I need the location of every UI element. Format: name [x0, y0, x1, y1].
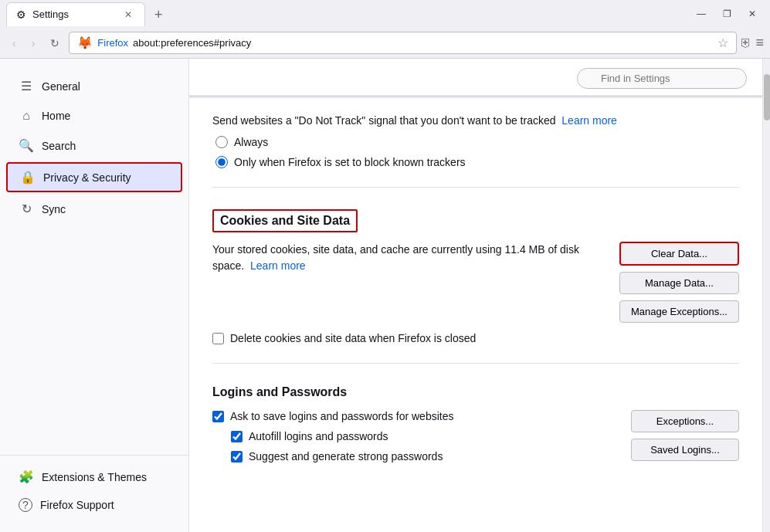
sidebar-item-sync[interactable]: ↻ Sync — [6, 195, 182, 222]
search-nav-icon: 🔍 — [19, 138, 34, 153]
cookies-title-text: Cookies and Site Data — [212, 209, 358, 232]
sidebar-label-search: Search — [42, 140, 76, 152]
title-bar: ⚙ Settings ✕ + — ❐ ✕ — [0, 0, 770, 28]
content-area: 🔍 Send websites a "Do Not Track" signal … — [189, 59, 762, 532]
bookmark-icon[interactable]: ☆ — [717, 36, 728, 50]
browser-window: ⚙ Settings ✕ + — ❐ ✕ ‹ › ↻ 🦊 Firefox abo… — [0, 0, 770, 532]
scrollbar-thumb[interactable] — [764, 74, 770, 120]
dnt-when-blocking-radio[interactable] — [215, 156, 228, 168]
main-layout: ☰ General ⌂ Home 🔍 Search 🔒 Privacy & Se… — [0, 59, 770, 532]
shield-icon[interactable]: ⛨ — [740, 36, 752, 50]
support-icon: ? — [19, 498, 32, 512]
logins-buttons: Exceptions... Saved Logins... — [631, 410, 739, 461]
window-controls: — ❐ ✕ — [689, 5, 764, 22]
exceptions-button[interactable]: Exceptions... — [631, 410, 739, 432]
tab-bar: ⚙ Settings ✕ + — [6, 2, 686, 26]
sidebar-label-support: Firefox Support — [40, 499, 114, 511]
cookies-section-title: Cookies and Site Data — [212, 209, 739, 242]
privacy-icon: 🔒 — [20, 170, 36, 185]
back-button[interactable]: ‹ — [6, 34, 22, 53]
dnt-description: Send websites a "Do Not Track" signal th… — [212, 114, 556, 127]
logins-title: Logins and Passwords — [212, 385, 739, 399]
firefox-label: Firefox — [97, 37, 128, 49]
sidebar-item-extensions[interactable]: 🧩 Extensions & Themes — [6, 463, 182, 490]
refresh-button[interactable]: ↻ — [44, 34, 66, 53]
settings-tab[interactable]: ⚙ Settings ✕ — [6, 2, 145, 26]
new-tab-button[interactable]: + — [148, 4, 169, 26]
autofill-label: Autofill logins and passwords — [249, 430, 388, 442]
dnt-learn-more-link[interactable]: Learn more — [561, 114, 617, 127]
suggest-passwords-option[interactable]: Suggest and generate strong passwords — [212, 450, 616, 463]
cookies-learn-more-link[interactable]: Learn more — [250, 259, 306, 272]
delete-cookies-checkbox[interactable] — [212, 333, 224, 344]
clear-data-button[interactable]: Clear Data... — [619, 242, 739, 266]
suggest-passwords-label: Suggest and generate strong passwords — [249, 450, 443, 463]
ask-save-option[interactable]: Ask to save logins and passwords for web… — [212, 410, 616, 422]
dnt-always-label: Always — [234, 136, 268, 148]
settings-content: Send websites a "Do Not Track" signal th… — [189, 99, 762, 486]
ask-save-label: Ask to save logins and passwords for web… — [230, 410, 453, 422]
sidebar: ☰ General ⌂ Home 🔍 Search 🔒 Privacy & Se… — [0, 59, 189, 532]
maximize-button[interactable]: ❐ — [715, 5, 739, 22]
address-text: about:preferences#privacy — [133, 37, 713, 49]
dnt-when-blocking-option[interactable]: Only when Firefox is set to block known … — [215, 156, 739, 168]
sidebar-label-privacy: Privacy & Security — [43, 171, 131, 184]
cookies-description: Your stored cookies, site data, and cach… — [212, 242, 599, 274]
sidebar-label-sync: Sync — [42, 203, 66, 215]
tab-close-button[interactable]: ✕ — [121, 8, 135, 22]
dnt-when-blocking-label: Only when Firefox is set to block known … — [234, 156, 466, 168]
forward-button[interactable]: › — [25, 34, 42, 53]
sidebar-label-home: Home — [42, 110, 70, 122]
sidebar-item-support[interactable]: ? Firefox Support — [6, 492, 182, 518]
address-bar[interactable]: 🦊 Firefox about:preferences#privacy ☆ — [69, 32, 737, 54]
firefox-icon: 🦊 — [77, 36, 93, 50]
sidebar-label-general: General — [42, 80, 80, 93]
navigation-bar: ‹ › ↻ 🦊 Firefox about:preferences#privac… — [0, 28, 770, 59]
delete-cookies-label: Delete cookies and site data when Firefo… — [230, 332, 476, 344]
sidebar-item-home[interactable]: ⌂ Home — [6, 103, 182, 129]
cookies-section: Cookies and Site Data Your stored cookie… — [212, 209, 739, 364]
autofill-option[interactable]: Autofill logins and passwords — [212, 430, 616, 442]
sidebar-label-extensions: Extensions & Themes — [42, 471, 147, 483]
general-icon: ☰ — [19, 79, 34, 93]
logins-layout: Ask to save logins and passwords for web… — [212, 410, 739, 470]
dnt-radio-group: Always Only when Firefox is set to block… — [212, 136, 739, 168]
find-settings-input[interactable] — [577, 68, 747, 89]
cookies-layout: Your stored cookies, site data, and cach… — [212, 242, 739, 323]
menu-icon[interactable]: ≡ — [755, 35, 764, 51]
tab-title: Settings — [32, 8, 115, 20]
sidebar-item-privacy[interactable]: 🔒 Privacy & Security — [6, 162, 182, 192]
delete-cookies-row: Delete cookies and site data when Firefo… — [212, 332, 739, 344]
do-not-track-section: Send websites a "Do Not Track" signal th… — [212, 114, 739, 188]
sidebar-wrapper: ☰ General ⌂ Home 🔍 Search 🔒 Privacy & Se… — [0, 71, 188, 520]
cookies-buttons: Clear Data... Manage Data... Manage Exce… — [619, 242, 739, 323]
suggest-passwords-checkbox[interactable] — [231, 451, 243, 463]
dnt-always-radio[interactable] — [215, 136, 228, 148]
autofill-checkbox[interactable] — [231, 431, 243, 442]
logins-section: Logins and Passwords Ask to save logins … — [212, 385, 739, 470]
close-button[interactable]: ✕ — [741, 5, 764, 22]
saved-logins-button[interactable]: Saved Logins... — [631, 439, 739, 461]
logins-options: Ask to save logins and passwords for web… — [212, 410, 616, 470]
dnt-always-option[interactable]: Always — [215, 136, 739, 148]
sidebar-item-general[interactable]: ☰ General — [6, 73, 182, 100]
manage-data-button[interactable]: Manage Data... — [619, 272, 739, 294]
find-bar: 🔍 — [189, 59, 762, 96]
scrollbar-track[interactable] — [762, 59, 770, 532]
home-icon: ⌂ — [19, 109, 34, 123]
sync-icon: ↻ — [19, 202, 34, 216]
dnt-text: Send websites a "Do Not Track" signal th… — [212, 114, 739, 127]
sidebar-item-search[interactable]: 🔍 Search — [6, 132, 182, 159]
ask-save-checkbox[interactable] — [212, 411, 224, 422]
extensions-icon: 🧩 — [19, 469, 34, 484]
tab-favicon: ⚙ — [16, 8, 26, 21]
manage-exceptions-button[interactable]: Manage Exceptions... — [619, 300, 739, 323]
minimize-button[interactable]: — — [689, 5, 714, 22]
find-input-wrapper: 🔍 — [577, 68, 747, 89]
